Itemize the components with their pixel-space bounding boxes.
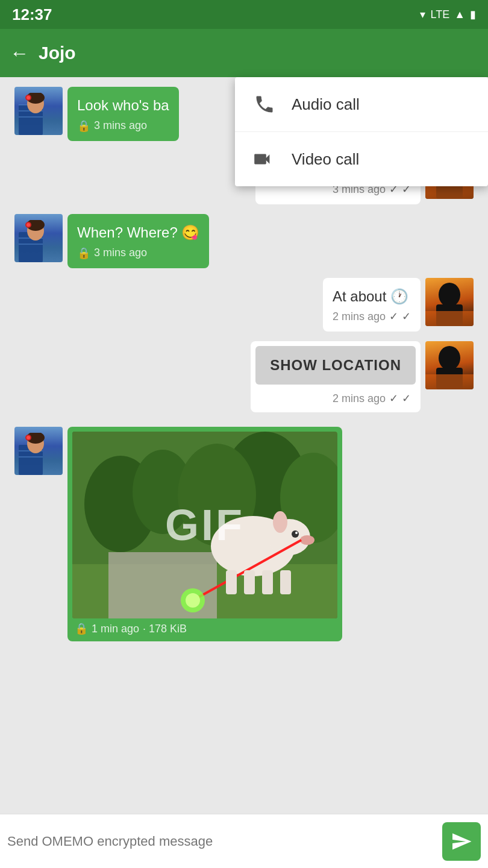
avatar xyxy=(425,278,474,326)
read-icon: ✓ xyxy=(402,310,411,323)
avatar xyxy=(425,341,474,389)
delivered-icon: ✓ xyxy=(389,310,398,323)
file-size: · 178 KiB xyxy=(143,623,187,635)
avatar xyxy=(14,214,63,262)
svg-rect-20 xyxy=(425,311,474,326)
location-bubble: SHOW LOCATION 2 mins ago ✓ ✓ xyxy=(251,341,421,412)
svg-point-43 xyxy=(295,532,298,534)
svg-point-30 xyxy=(27,436,30,439)
read-icon: ✓ xyxy=(402,392,411,405)
signal-icon: ▲ xyxy=(454,8,465,21)
message-timestamp: 2 mins ago xyxy=(333,310,386,323)
message-text: At about 🕐 xyxy=(333,286,411,307)
battery-icon: ▮ xyxy=(470,8,476,21)
status-icons: ▾ LTE ▲ ▮ xyxy=(420,8,476,21)
svg-point-42 xyxy=(292,530,299,538)
wifi-icon: ▾ xyxy=(420,8,425,21)
gif-bubble: GIF 🔒 1 min ago · 178 KiB xyxy=(67,427,342,641)
videocam-icon xyxy=(252,146,277,172)
svg-point-21 xyxy=(439,346,460,370)
chat-title: Jojo xyxy=(39,43,478,63)
lte-label: LTE xyxy=(430,8,449,21)
dropdown-menu: Audio call Video call xyxy=(235,77,488,186)
video-call-item[interactable]: Video call xyxy=(235,132,488,186)
back-button[interactable]: ← xyxy=(10,42,29,64)
message-text: When? Where? 😋 xyxy=(77,222,199,243)
svg-point-44 xyxy=(300,535,314,545)
status-bar: 12:37 ▾ LTE ▲ ▮ xyxy=(0,0,488,29)
svg-rect-48 xyxy=(226,570,237,594)
status-time: 12:37 xyxy=(12,5,52,24)
message-meta: 2 mins ago ✓ ✓ xyxy=(333,310,411,323)
message-row: GIF 🔒 1 min ago · 178 KiB xyxy=(10,427,478,641)
show-location-button[interactable]: SHOW LOCATION xyxy=(255,346,416,385)
svg-point-47 xyxy=(186,593,200,608)
received-bubble: Look who's ba 🔒 3 mins ago xyxy=(67,87,179,141)
svg-point-41 xyxy=(273,511,287,533)
svg-point-17 xyxy=(27,223,30,227)
message-row: SHOW LOCATION 2 mins ago ✓ ✓ xyxy=(10,341,478,412)
send-button[interactable] xyxy=(442,822,481,861)
svg-rect-23 xyxy=(425,374,474,389)
message-timestamp: 2 mins ago xyxy=(333,392,386,405)
message-text: Look who's ba xyxy=(77,95,169,116)
gif-content[interactable]: GIF xyxy=(72,432,337,618)
audio-call-label: Audio call xyxy=(292,95,360,114)
avatar xyxy=(14,427,63,475)
svg-rect-50 xyxy=(262,570,273,594)
received-bubble: When? Where? 😋 🔒 3 mins ago xyxy=(67,214,209,268)
input-bar xyxy=(0,814,488,868)
svg-rect-49 xyxy=(244,570,255,594)
message-meta: 2 mins ago ✓ ✓ xyxy=(255,389,416,407)
lock-icon: 🔒 xyxy=(77,119,90,133)
sent-bubble: At about 🕐 2 mins ago ✓ ✓ xyxy=(323,278,421,332)
message-timestamp: 3 mins ago xyxy=(94,247,147,259)
phone-icon xyxy=(252,92,277,117)
message-input[interactable] xyxy=(7,823,435,860)
delivered-icon: ✓ xyxy=(389,392,398,405)
message-meta: 🔒 3 mins ago xyxy=(77,247,199,260)
video-call-label: Video call xyxy=(292,150,359,169)
chat-header: ← Jojo xyxy=(0,29,488,77)
avatar xyxy=(14,87,63,135)
gif-label: GIF xyxy=(165,500,245,550)
svg-point-18 xyxy=(439,283,460,307)
message-row: At about 🕐 2 mins ago ✓ ✓ xyxy=(10,278,478,332)
svg-point-7 xyxy=(27,96,30,99)
message-timestamp: 1 min ago xyxy=(92,623,139,635)
lock-icon: 🔒 xyxy=(77,247,90,260)
chat-area: Look who's ba 🔒 3 mins ago Wanna hang ou… xyxy=(0,77,488,814)
lock-icon: 🔒 xyxy=(75,622,88,635)
message-meta: 🔒 3 mins ago xyxy=(77,119,169,133)
message-row: When? Where? 😋 🔒 3 mins ago xyxy=(10,214,478,268)
audio-call-item[interactable]: Audio call xyxy=(235,77,488,132)
message-timestamp: 3 mins ago xyxy=(94,119,147,132)
svg-rect-51 xyxy=(280,570,291,594)
message-meta: 🔒 1 min ago · 178 KiB xyxy=(72,618,337,637)
